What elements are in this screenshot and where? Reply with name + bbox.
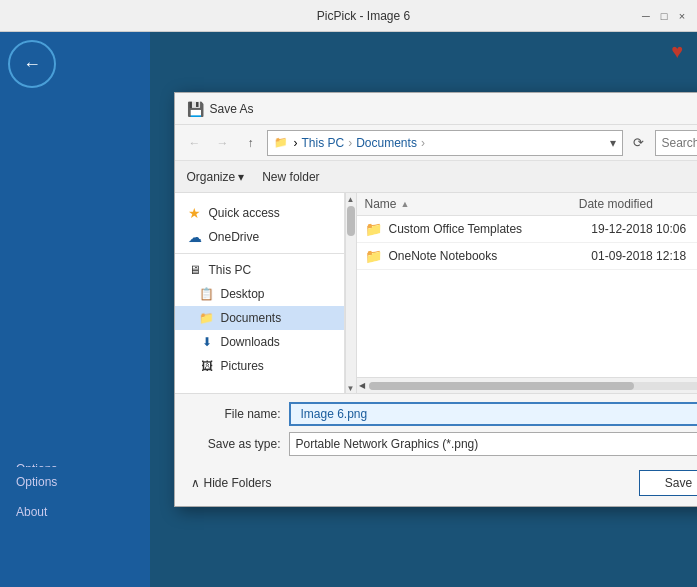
nav-item-onedrive-label: OneDrive — [209, 230, 260, 244]
filename-input-wrapper: ▾ — [289, 402, 698, 426]
app-controls: ─ □ × — [639, 9, 689, 23]
nav-item-documents-label: Documents — [221, 311, 282, 325]
app-back-button[interactable]: ← — [8, 40, 56, 88]
dialog-overlay: 💾 Save As × ← → ↑ 📁 › This PC › D — [150, 64, 697, 587]
sidebar-bottom: Options About — [0, 467, 150, 527]
address-bar[interactable]: 📁 › This PC › Documents › ▾ — [267, 130, 623, 156]
file-list: Name ▲ Date modified Type 📁 Custom Offic… — [357, 193, 698, 393]
hide-folders-label: Hide Folders — [204, 476, 272, 490]
organize-bar: Organize ▾ New folder ▦ ▾ ? — [175, 161, 698, 193]
dialog-title-text: Save As — [210, 102, 254, 116]
nav-item-quick-access[interactable]: Quick access — [175, 201, 344, 225]
nav-item-pictures[interactable]: 🖼 Pictures — [175, 354, 344, 378]
filename-input[interactable] — [297, 405, 698, 423]
nav-item-documents[interactable]: 📁 Documents — [175, 306, 344, 330]
file-date-2: 01-09-2018 12:18 — [591, 249, 697, 263]
app-content: ♥ ave All ave all imag 💾 Save As × ← — [150, 32, 697, 587]
nav-back-button[interactable]: ← — [183, 131, 207, 155]
address-crumb-documents[interactable]: Documents — [356, 136, 417, 150]
close-button[interactable]: × — [675, 9, 689, 23]
nav-item-this-pc[interactable]: 🖥 This PC — [175, 258, 344, 282]
address-this-pc-icon: 📁 — [274, 136, 288, 149]
action-buttons: Save Cancel — [639, 470, 698, 496]
organize-button[interactable]: Organize ▾ — [183, 168, 249, 186]
dialog-toolbar: ← → ↑ 📁 › This PC › Documents › ▾ ⟳ — [175, 125, 698, 161]
desktop-icon: 📋 — [199, 286, 215, 302]
dialog-actions: ∧ Hide Folders Save Cancel — [175, 464, 698, 506]
dialog-title-icon: 💾 — [187, 101, 204, 117]
minimize-button[interactable]: ─ — [639, 9, 653, 23]
file-list-header: Name ▲ Date modified Type — [357, 193, 698, 216]
nav-item-this-pc-label: This PC — [209, 263, 252, 277]
quick-access-icon — [187, 205, 203, 221]
file-icon-1: 📁 — [365, 220, 383, 238]
nav-item-onedrive[interactable]: OneDrive — [175, 225, 344, 249]
this-pc-icon: 🖥 — [187, 262, 203, 278]
downloads-icon: ⬇ — [199, 334, 215, 350]
horizontal-scrollbar: ◀ ▶ — [357, 377, 698, 393]
organize-label: Organize — [187, 170, 236, 184]
maximize-button[interactable]: □ — [657, 9, 671, 23]
file-name-2: OneNote Notebooks — [389, 249, 592, 263]
nav-item-desktop-label: Desktop — [221, 287, 265, 301]
filetype-row: Save as type: Portable Network Graphics … — [191, 432, 698, 456]
dialog-bottom: File name: ▾ Save as type: Portable Netw… — [175, 393, 698, 464]
filetype-select-wrapper: Portable Network Graphics (*.png) ▾ — [289, 432, 698, 456]
file-list-spacer — [357, 270, 698, 377]
col-name-label: Name — [365, 197, 397, 211]
dialog-titlebar: 💾 Save As × — [175, 93, 698, 125]
save-as-dialog: 💾 Save As × ← → ↑ 📁 › This PC › D — [174, 92, 698, 507]
sort-icon-name: ▲ — [401, 199, 410, 209]
nav-up-button[interactable]: ↑ — [239, 131, 263, 155]
nav-divider — [175, 253, 344, 254]
hide-folders-button[interactable]: ∧ Hide Folders — [191, 476, 272, 490]
scroll-left-button[interactable]: ◀ — [359, 381, 365, 390]
address-sep3: › — [421, 136, 425, 150]
file-row[interactable]: 📁 OneNote Notebooks 01-09-2018 12:18 Fil… — [357, 243, 698, 270]
file-icon-2: 📁 — [365, 247, 383, 265]
search-box: 🔍 — [655, 130, 698, 156]
filetype-label: Save as type: — [191, 437, 281, 451]
address-crumb-this-pc[interactable]: This PC — [302, 136, 345, 150]
app-title: PicPick - Image 6 — [88, 9, 639, 23]
file-date-1: 19-12-2018 10:06 — [591, 222, 697, 236]
address-dropdown-arrow[interactable]: ▾ — [610, 136, 616, 150]
organize-dropdown-icon: ▾ — [238, 170, 244, 184]
dialog-title: 💾 Save As — [187, 101, 254, 117]
address-sep2: › — [348, 136, 352, 150]
save-button[interactable]: Save — [639, 470, 698, 496]
file-row[interactable]: 📁 Custom Office Templates 19-12-2018 10:… — [357, 216, 698, 243]
refresh-button[interactable]: ⟳ — [627, 131, 651, 155]
heart-icon: ♥ — [671, 40, 683, 63]
nav-item-downloads-label: Downloads — [221, 335, 280, 349]
left-nav-panel: Quick access OneDrive 🖥 This PC — [175, 193, 345, 393]
nav-scroll-up-arrow[interactable]: ▲ — [347, 195, 355, 204]
nav-scroll-down-arrow[interactable]: ▼ — [347, 384, 355, 393]
nav-item-downloads[interactable]: ⬇ Downloads — [175, 330, 344, 354]
sidebar-item-about[interactable]: About — [0, 497, 150, 527]
dialog-main: Quick access OneDrive 🖥 This PC — [175, 193, 698, 393]
new-folder-button[interactable]: New folder — [256, 168, 325, 186]
col-header-date: Date modified — [579, 197, 697, 211]
filetype-select[interactable]: Portable Network Graphics (*.png) — [289, 432, 698, 456]
nav-item-desktop[interactable]: 📋 Desktop — [175, 282, 344, 306]
nav-item-quick-access-label: Quick access — [209, 206, 280, 220]
col-header-name: Name ▲ — [365, 197, 579, 211]
nav-item-pictures-label: Pictures — [221, 359, 264, 373]
documents-icon: 📁 — [199, 310, 215, 326]
filename-row: File name: ▾ — [191, 402, 698, 426]
nav-scroll-thumb — [347, 206, 355, 236]
left-nav-scrollbar: ▲ ▼ — [345, 193, 357, 393]
scroll-thumb — [369, 382, 634, 390]
onedrive-icon — [187, 229, 203, 245]
pictures-icon: 🖼 — [199, 358, 215, 374]
hide-folders-icon: ∧ — [191, 476, 200, 490]
filename-label: File name: — [191, 407, 281, 421]
scroll-track — [369, 382, 698, 390]
app-titlebar: PicPick - Image 6 ─ □ × — [0, 0, 697, 32]
sidebar-item-options[interactable]: Options — [0, 467, 150, 497]
search-input[interactable] — [662, 136, 698, 150]
file-name-1: Custom Office Templates — [389, 222, 592, 236]
nav-forward-button[interactable]: → — [211, 131, 235, 155]
address-sep1: › — [294, 136, 298, 150]
